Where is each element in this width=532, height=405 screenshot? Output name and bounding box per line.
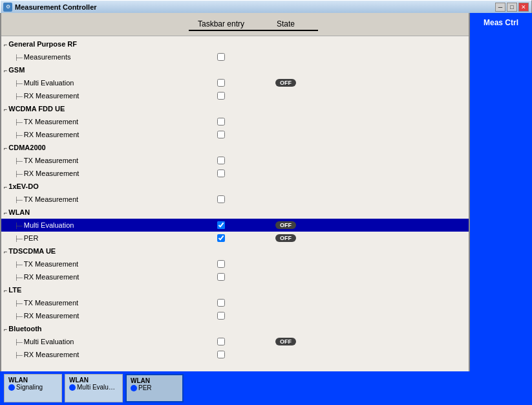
checkbox-input-lte-rx[interactable] xyxy=(217,312,225,320)
tree-row-wcdma-rx[interactable]: ├─RX Measurement xyxy=(1,128,469,141)
checkbox-input-gsm-rx[interactable] xyxy=(217,92,225,100)
row-checkbox-lte-rx[interactable] xyxy=(189,312,253,320)
tree-row-tds-tx[interactable]: ├─TX Measurement xyxy=(1,257,469,270)
checkbox-input-bt-multi[interactable] xyxy=(217,338,225,345)
tree-row-bt-rx[interactable]: ├─RX Measurement xyxy=(1,348,469,361)
row-label-lte: ⌐LTE xyxy=(3,286,189,294)
row-checkbox-cdma-tx[interactable] xyxy=(189,157,253,164)
table-header: Taskbar entry State xyxy=(1,13,469,36)
checkbox-input-wcdma-tx[interactable] xyxy=(217,118,225,126)
row-label-wcdma-rx: ├─RX Measurement xyxy=(3,131,189,138)
tree-row-lte-tx[interactable]: ├─TX Measurement xyxy=(1,296,469,309)
main-window: Taskbar entry State ⌐General Purpose RF├… xyxy=(0,13,532,405)
tree-row-cdma-tx[interactable]: ├─TX Measurement xyxy=(1,154,469,167)
row-label-bt-rx: ├─RX Measurement xyxy=(3,351,189,358)
row-checkbox-bt-multi[interactable] xyxy=(189,338,253,345)
tree-row-wlan[interactable]: ⌐WLAN xyxy=(1,206,469,219)
row-state-bt-multi: OFF xyxy=(253,338,318,345)
tree-row-evdo-tx[interactable]: ├─TX Measurement xyxy=(1,193,469,206)
taskbar-item-line2-wlan-per: PER xyxy=(131,384,178,391)
row-checkbox-tds-rx[interactable] xyxy=(189,273,253,281)
tree-row-gsm[interactable]: ⌐GSM xyxy=(1,63,469,76)
tree-content: ⌐General Purpose RF├─Measurements⌐GSM├─M… xyxy=(1,36,469,399)
row-label-cdma-rx: ├─RX Measurement xyxy=(3,170,189,177)
taskbar-item-line1-wlan-signaling: WLAN xyxy=(8,377,58,384)
row-label-bt-multi: ├─Multi Evaluation xyxy=(3,338,189,345)
col-taskbar-header: Taskbar entry xyxy=(189,19,253,31)
row-checkbox-wlan-multi[interactable] xyxy=(189,221,253,229)
checkbox-input-wlan-multi[interactable] xyxy=(217,221,225,229)
taskbar-item-icon-wlan-signaling xyxy=(8,384,15,391)
checkbox-input-bt-rx[interactable] xyxy=(217,351,225,358)
right-panel: Meas Ctrl xyxy=(470,13,532,405)
row-label-ev-do: ⌐1xEV-DO xyxy=(3,182,189,190)
row-checkbox-cdma-rx[interactable] xyxy=(189,170,253,177)
tree-row-wlan-multi[interactable]: ├─Multi EvaluationOFF xyxy=(1,219,469,232)
row-checkbox-evdo-tx[interactable] xyxy=(189,195,253,203)
checkbox-input-wcdma-rx[interactable] xyxy=(217,131,225,138)
checkbox-input-evdo-tx[interactable] xyxy=(217,195,225,203)
row-label-general-rf: ⌐General Purpose RF xyxy=(3,40,189,48)
row-checkbox-gp-measurements[interactable] xyxy=(189,53,253,61)
tree-row-general-rf[interactable]: ⌐General Purpose RF xyxy=(1,38,469,50)
checkbox-input-tds-tx[interactable] xyxy=(217,260,225,268)
tree-row-wcdma-tx[interactable]: ├─TX Measurement xyxy=(1,115,469,128)
row-checkbox-bt-rx[interactable] xyxy=(189,351,253,358)
checkbox-input-gsm-multi[interactable] xyxy=(217,79,225,87)
taskbar-item-line1-wlan-per: WLAN xyxy=(131,377,178,384)
tree-row-wlan-per[interactable]: ├─PEROFF xyxy=(1,232,469,245)
state-badge-wlan-per: OFF xyxy=(275,234,296,242)
state-badge-bt-multi: OFF xyxy=(275,338,296,345)
tree-row-cdma2000[interactable]: ⌐CDMA2000 xyxy=(1,141,469,154)
tree-row-gsm-rx[interactable]: ├─RX Measurement xyxy=(1,89,469,102)
taskbar: WLANSignalingWLANMulti Evalu…WLANPER xyxy=(0,371,470,405)
row-label-cdma-tx: ├─TX Measurement xyxy=(3,157,189,164)
close-button[interactable]: ✕ xyxy=(518,3,529,12)
tree-row-tdscdma[interactable]: ⌐TDSCDMA UE xyxy=(1,245,469,257)
row-checkbox-gsm-multi[interactable] xyxy=(189,79,253,87)
taskbar-item-wlan-signaling[interactable]: WLANSignaling xyxy=(4,374,62,402)
tree-row-bt-multi[interactable]: ├─Multi EvaluationOFF xyxy=(1,335,469,348)
state-badge-wlan-multi: OFF xyxy=(275,221,296,229)
row-state-wlan-multi: OFF xyxy=(253,221,318,229)
row-label-tds-tx: ├─TX Measurement xyxy=(3,260,189,268)
col-state-header: State xyxy=(253,19,318,31)
checkbox-input-cdma-tx[interactable] xyxy=(217,157,225,164)
minimize-button[interactable]: ─ xyxy=(495,3,505,12)
checkbox-input-lte-tx[interactable] xyxy=(217,299,225,307)
row-checkbox-wcdma-tx[interactable] xyxy=(189,118,253,126)
row-checkbox-gsm-rx[interactable] xyxy=(189,92,253,100)
tree-row-ev-do[interactable]: ⌐1xEV-DO xyxy=(1,180,469,193)
row-checkbox-lte-tx[interactable] xyxy=(189,299,253,307)
taskbar-item-line1-wlan-multi-eval: WLAN xyxy=(69,377,118,384)
restore-button[interactable]: □ xyxy=(507,3,517,12)
row-state-wlan-per: OFF xyxy=(253,234,318,242)
taskbar-item-line2-wlan-signaling: Signaling xyxy=(8,384,58,391)
row-label-evdo-tx: ├─TX Measurement xyxy=(3,195,189,203)
tree-row-bluetooth[interactable]: ⌐Bluetooth xyxy=(1,322,469,335)
row-checkbox-wcdma-rx[interactable] xyxy=(189,131,253,138)
checkbox-input-wlan-per[interactable] xyxy=(217,234,225,242)
row-label-wlan: ⌐WLAN xyxy=(3,208,189,216)
tree-row-lte[interactable]: ⌐LTE xyxy=(1,283,469,296)
checkbox-input-gp-measurements[interactable] xyxy=(217,53,225,61)
taskbar-item-wlan-per[interactable]: WLANPER xyxy=(125,374,184,402)
tree-row-gsm-multi[interactable]: ├─Multi EvaluationOFF xyxy=(1,76,469,89)
row-checkbox-wlan-per[interactable] xyxy=(189,234,253,242)
checkbox-input-cdma-rx[interactable] xyxy=(217,170,225,177)
taskbar-item-icon-wlan-per xyxy=(131,385,137,391)
tree-row-cdma-rx[interactable]: ├─RX Measurement xyxy=(1,167,469,180)
tree-row-lte-rx[interactable]: ├─RX Measurement xyxy=(1,309,469,322)
tree-row-tds-rx[interactable]: ├─RX Measurement xyxy=(1,270,469,283)
row-label-lte-tx: ├─TX Measurement xyxy=(3,299,189,307)
tree-row-gp-measurements[interactable]: ├─Measurements xyxy=(1,50,469,63)
row-label-bluetooth: ⌐Bluetooth xyxy=(3,325,189,333)
tree-row-wcdma[interactable]: ⌐WCDMA FDD UE xyxy=(1,102,469,115)
controller-panel: Taskbar entry State ⌐General Purpose RF├… xyxy=(0,13,470,405)
title-bar: ⚙ Measurement Controller ─ □ ✕ xyxy=(0,0,532,13)
row-checkbox-tds-tx[interactable] xyxy=(189,260,253,268)
row-label-gp-measurements: ├─Measurements xyxy=(3,53,189,61)
row-label-gsm-multi: ├─Multi Evaluation xyxy=(3,79,189,87)
checkbox-input-tds-rx[interactable] xyxy=(217,273,225,281)
taskbar-item-wlan-multi-eval[interactable]: WLANMulti Evalu… xyxy=(65,374,123,402)
